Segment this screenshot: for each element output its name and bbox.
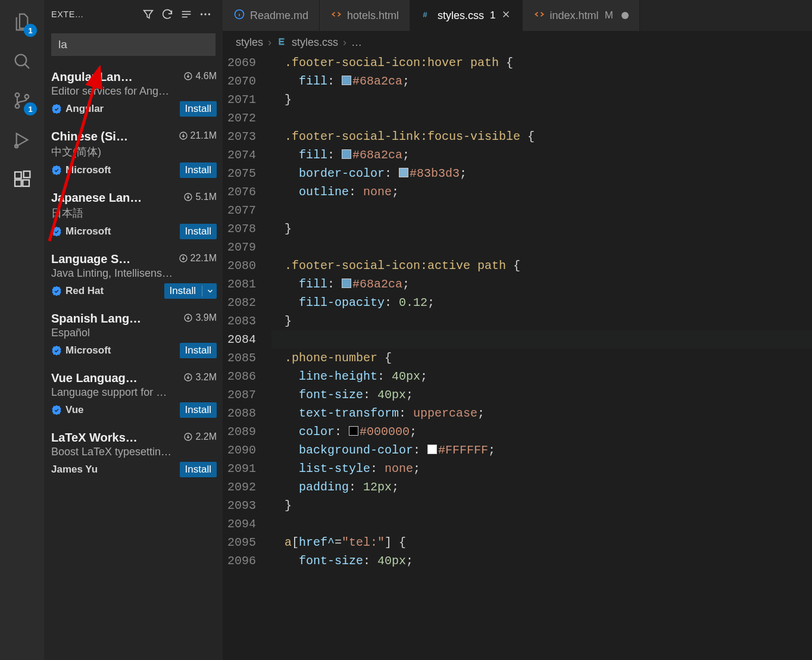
extension-install-count: 4.6M <box>183 71 217 82</box>
extension-name: Language S… <box>51 252 130 266</box>
more-icon[interactable] <box>199 8 212 21</box>
extension-item[interactable]: Vue Languag…3.2MLanguage support for …Vu… <box>51 365 220 425</box>
line-number: 2092 <box>223 478 256 496</box>
line-number: 2077 <box>223 201 256 220</box>
install-button[interactable]: Install <box>180 224 217 239</box>
line-number: 2084 <box>223 330 256 349</box>
code-line[interactable] <box>271 330 812 349</box>
explorer-badge: 1 <box>24 24 37 37</box>
extension-description: Java Linting, Intellisens… <box>51 267 217 280</box>
line-number: 2080 <box>223 257 256 275</box>
code-line[interactable]: .footer-social-icon:active path { <box>271 257 812 275</box>
code-line[interactable]: .footer-social-icon:hover path { <box>271 54 812 72</box>
code-line[interactable]: } <box>271 496 812 515</box>
editor-tab[interactable]: Readme.md <box>223 0 320 31</box>
code-line[interactable]: background-color: #FFFFFF; <box>271 441 812 459</box>
activity-search[interactable] <box>10 49 35 74</box>
code-line[interactable]: } <box>271 90 812 109</box>
svg-rect-8 <box>23 180 29 186</box>
filter-icon[interactable] <box>142 8 155 21</box>
breadcrumb-file: styles.css <box>292 36 338 49</box>
css-file-icon <box>276 37 287 48</box>
breadcrumb-more: … <box>351 36 362 49</box>
extension-item[interactable]: Japanese Lan…5.1M日本語MicrosoftInstall <box>51 185 220 246</box>
extension-search-input[interactable] <box>51 33 216 56</box>
code-line[interactable] <box>271 238 812 257</box>
svg-point-15 <box>208 13 210 15</box>
line-number: 2073 <box>223 127 256 146</box>
code-line[interactable]: .phone-number { <box>271 349 812 367</box>
activity-run-debug[interactable] <box>10 127 35 152</box>
tab-label: Readme.md <box>250 10 308 22</box>
sidebar-title: EXTE… <box>51 10 87 19</box>
activity-extensions[interactable] <box>10 167 35 192</box>
clear-icon[interactable] <box>180 8 193 21</box>
extension-item[interactable]: Angular Lan…4.6MEditor services for Ang…… <box>51 64 220 124</box>
extension-item[interactable]: LaTeX Works…2.2MBoost LaTeX typesettin…J… <box>51 425 220 484</box>
code-line[interactable] <box>271 109 812 127</box>
line-number: 2094 <box>223 515 256 533</box>
code-line[interactable]: line-height: 40px; <box>271 367 812 386</box>
refresh-icon[interactable] <box>161 8 174 21</box>
code-line[interactable] <box>271 201 812 220</box>
extension-publisher: James Yu <box>51 464 98 476</box>
debug-icon <box>13 130 32 149</box>
install-button[interactable]: Install <box>180 402 217 418</box>
line-number: 2078 <box>223 220 256 238</box>
code-line[interactable]: padding: 12px; <box>271 478 812 496</box>
code-line[interactable]: color: #000000; <box>271 423 812 441</box>
breadcrumb-folder: styles <box>236 36 263 49</box>
code-line[interactable]: border-color: #83b3d3; <box>271 164 812 183</box>
editor-tab[interactable]: #styles.css1 <box>410 0 522 31</box>
line-number: 2096 <box>223 552 256 570</box>
extension-publisher: Microsoft <box>51 345 111 356</box>
code-line[interactable]: .footer-social-link:focus-visible { <box>271 127 812 146</box>
line-number: 2087 <box>223 386 256 404</box>
activity-bar: 1 1 <box>0 0 44 660</box>
activity-source-control[interactable]: 1 <box>10 88 35 113</box>
extension-description: Language support for … <box>51 386 217 399</box>
extension-publisher: Microsoft <box>51 164 111 176</box>
editor-tab[interactable]: index.htmlM <box>523 0 640 31</box>
editor-tab[interactable]: hotels.html <box>320 0 410 31</box>
code-line[interactable]: font-size: 40px; <box>271 386 812 404</box>
install-button[interactable]: Install <box>180 462 217 477</box>
code-content[interactable]: .footer-social-icon:hover path {fill: #6… <box>271 54 812 660</box>
activity-explorer[interactable]: 1 <box>10 10 35 35</box>
code-line[interactable]: fill: #68a2ca; <box>271 275 812 293</box>
svg-point-3 <box>15 104 20 108</box>
install-button[interactable]: Install <box>164 283 217 299</box>
install-button[interactable]: Install <box>180 101 217 117</box>
code-line[interactable]: } <box>271 312 812 330</box>
install-button[interactable]: Install <box>180 343 217 358</box>
code-line[interactable]: } <box>271 220 812 238</box>
extension-item[interactable]: Chinese (Si…21.1M中文(简体)MicrosoftInstall <box>51 124 220 185</box>
code-line[interactable]: list-style: none; <box>271 459 812 478</box>
code-line[interactable]: outline: none; <box>271 183 812 201</box>
extension-results-list[interactable]: Angular Lan…4.6MEditor services for Ang…… <box>44 64 223 660</box>
svg-text:#: # <box>423 10 427 19</box>
close-icon[interactable] <box>501 9 511 23</box>
breadcrumb[interactable]: styles › styles.css › … <box>223 31 812 54</box>
extensions-sidebar: EXTE… Angular Lan…4.6MEditor services fo… <box>44 0 223 660</box>
code-line[interactable]: fill: #68a2ca; <box>271 72 812 90</box>
code-line[interactable] <box>271 515 812 533</box>
extension-item[interactable]: Language S…22.1MJava Linting, Intellisen… <box>51 246 220 306</box>
code-line[interactable]: fill: #68a2ca; <box>271 146 812 164</box>
line-number: 2085 <box>223 349 256 367</box>
extension-description: Español <box>51 327 217 339</box>
code-line[interactable]: text-transform: uppercase; <box>271 404 812 423</box>
line-number: 2072 <box>223 109 256 127</box>
code-line[interactable]: font-size: 40px; <box>271 552 812 570</box>
extension-name: Chinese (Si… <box>51 130 128 143</box>
line-number: 2091 <box>223 459 256 478</box>
code-line[interactable]: fill-opacity: 0.12; <box>271 293 812 312</box>
line-number: 2070 <box>223 72 256 90</box>
extension-name: Angular Lan… <box>51 70 133 84</box>
extension-item[interactable]: Spanish Lang…3.9MEspañolMicrosoftInstall <box>51 306 220 365</box>
extension-publisher: Red Hat <box>51 285 104 297</box>
code-line[interactable]: a[href^="tel:"] { <box>271 533 812 552</box>
svg-point-0 <box>15 55 27 66</box>
install-button[interactable]: Install <box>180 162 217 178</box>
code-editor[interactable]: 2069207020712072207320742075207620772078… <box>223 54 812 660</box>
